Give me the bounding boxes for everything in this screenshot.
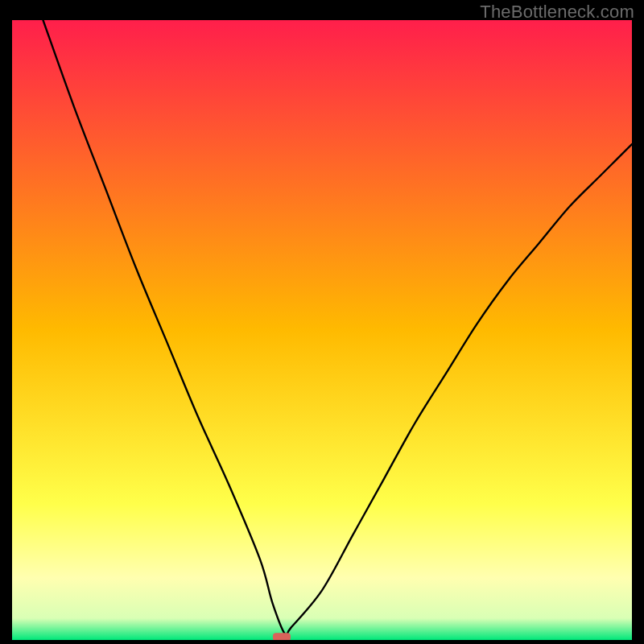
chart-background [12,20,632,640]
chart-svg [12,20,632,640]
optimum-marker [273,633,291,640]
chart-frame [12,20,632,640]
